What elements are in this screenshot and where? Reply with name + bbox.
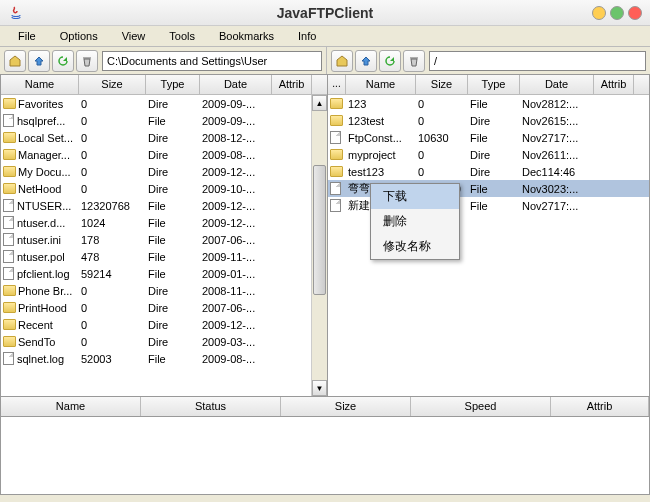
table-row[interactable]: SendTo0Dire2009-03-... xyxy=(1,333,327,350)
file-name: SendTo xyxy=(18,336,55,348)
context-menu-item[interactable]: 修改名称 xyxy=(371,234,459,259)
table-row[interactable]: Favorites0Dire2009-09-... xyxy=(1,95,327,112)
col-name[interactable]: Name xyxy=(1,75,79,94)
file-size: 0 xyxy=(79,148,146,162)
folder-icon xyxy=(3,319,16,330)
maximize-button[interactable] xyxy=(610,6,624,20)
table-row[interactable]: Local Set...0Dire2008-12-... xyxy=(1,129,327,146)
table-row[interactable]: ntuser.pol478File2009-11-... xyxy=(1,248,327,265)
col-name[interactable]: Name xyxy=(346,75,416,94)
local-path-input[interactable] xyxy=(102,51,322,71)
col-type[interactable]: Type xyxy=(146,75,200,94)
file-attrib xyxy=(594,188,634,190)
local-rows[interactable]: Favorites0Dire2009-09-...hsqlpref...0Fil… xyxy=(1,95,327,367)
table-row[interactable]: test1230DireDec114:46 xyxy=(328,163,649,180)
table-row[interactable]: Phone Br...0Dire2008-11-... xyxy=(1,282,327,299)
refresh-button[interactable] xyxy=(52,50,74,72)
table-row[interactable]: PrintHood0Dire2007-06-... xyxy=(1,299,327,316)
menu-info[interactable]: Info xyxy=(288,28,326,44)
table-row[interactable]: NetHood0Dire2009-10-... xyxy=(1,180,327,197)
menu-options[interactable]: Options xyxy=(50,28,108,44)
file-panes: Name Size Type Date Attrib Favorites0Dir… xyxy=(0,74,650,397)
table-row[interactable]: My Docu...0Dire2009-12-... xyxy=(1,163,327,180)
table-row[interactable]: pfclient.log59214File2009-01-... xyxy=(1,265,327,282)
file-date: 2009-01-... xyxy=(200,267,272,281)
folder-icon xyxy=(3,183,16,194)
table-row[interactable]: NTUSER...12320768File2009-12-... xyxy=(1,197,327,214)
remote-up-button[interactable] xyxy=(355,50,377,72)
file-type: File xyxy=(146,216,200,230)
file-attrib xyxy=(272,358,312,360)
folder-icon xyxy=(330,166,343,177)
file-icon xyxy=(330,131,341,144)
table-row[interactable]: myproject0DireNov2611:... xyxy=(328,146,649,163)
status-col-attrib[interactable]: Attrib xyxy=(551,397,649,416)
remote-delete-button[interactable] xyxy=(403,50,425,72)
file-date: Dec114:46 xyxy=(520,165,594,179)
home-button[interactable] xyxy=(4,50,26,72)
file-size: 0 xyxy=(79,301,146,315)
col-size[interactable]: Size xyxy=(416,75,468,94)
menu-bookmarks[interactable]: Bookmarks xyxy=(209,28,284,44)
table-row[interactable]: Manager...0Dire2009-08-... xyxy=(1,146,327,163)
up-button[interactable] xyxy=(28,50,50,72)
col-type[interactable]: Type xyxy=(468,75,520,94)
file-type: File xyxy=(146,199,200,213)
menu-file[interactable]: File xyxy=(8,28,46,44)
file-name: NetHood xyxy=(18,183,61,195)
scroll-down-icon[interactable]: ▼ xyxy=(312,380,327,396)
table-row[interactable]: hsqlpref...0File2009-09-... xyxy=(1,112,327,129)
local-scrollbar[interactable]: ▲ ▼ xyxy=(311,95,327,396)
table-row[interactable]: Recent0Dire2009-12-... xyxy=(1,316,327,333)
menu-tools[interactable]: Tools xyxy=(159,28,205,44)
table-row[interactable]: 123test0DireNov2615:... xyxy=(328,112,649,129)
scroll-up-icon[interactable]: ▲ xyxy=(312,95,327,111)
file-size: 178 xyxy=(79,233,146,247)
file-name: sqlnet.log xyxy=(17,353,64,365)
table-row[interactable]: sqlnet.log52003File2009-08-... xyxy=(1,350,327,367)
table-row[interactable]: ntuser.d...1024File2009-12-... xyxy=(1,214,327,231)
status-col-size[interactable]: Size xyxy=(281,397,411,416)
java-icon xyxy=(8,5,24,21)
table-row[interactable]: ntuser.ini178File2007-06-... xyxy=(1,231,327,248)
folder-icon xyxy=(330,98,343,109)
file-size: 478 xyxy=(79,250,146,264)
file-attrib xyxy=(272,120,312,122)
file-size: 10630 xyxy=(416,131,468,145)
col-dots[interactable]: ... xyxy=(328,75,346,94)
remote-home-button[interactable] xyxy=(331,50,353,72)
table-row[interactable]: FtpConst...10630FileNov2717:... xyxy=(328,129,649,146)
file-type: Dire xyxy=(146,97,200,111)
remote-refresh-button[interactable] xyxy=(379,50,401,72)
close-button[interactable] xyxy=(628,6,642,20)
folder-icon xyxy=(3,132,16,143)
transfer-body xyxy=(0,417,650,495)
file-date: Nov2812:... xyxy=(520,97,594,111)
file-name: test123 xyxy=(346,165,416,179)
menu-view[interactable]: View xyxy=(112,28,156,44)
col-attrib[interactable]: Attrib xyxy=(272,75,312,94)
folder-icon xyxy=(330,149,343,160)
status-col-speed[interactable]: Speed xyxy=(411,397,551,416)
delete-button[interactable] xyxy=(76,50,98,72)
remote-path-input[interactable] xyxy=(429,51,646,71)
file-attrib xyxy=(272,341,312,343)
col-size[interactable]: Size xyxy=(79,75,146,94)
file-date: Nov2615:... xyxy=(520,114,594,128)
scroll-thumb[interactable] xyxy=(313,165,326,295)
file-type: File xyxy=(146,114,200,128)
local-toolbar xyxy=(0,47,327,74)
title-bar: JavaFTPClient xyxy=(0,0,650,26)
col-attrib[interactable]: Attrib xyxy=(594,75,634,94)
status-col-status[interactable]: Status xyxy=(141,397,281,416)
status-col-name[interactable]: Name xyxy=(1,397,141,416)
context-menu-item[interactable]: 下载 xyxy=(371,184,459,209)
context-menu-item[interactable]: 删除 xyxy=(371,209,459,234)
file-type: Dire xyxy=(146,148,200,162)
transfer-header: Name Status Size Speed Attrib xyxy=(0,397,650,417)
file-date: 2007-06-... xyxy=(200,301,272,315)
minimize-button[interactable] xyxy=(592,6,606,20)
col-date[interactable]: Date xyxy=(200,75,272,94)
table-row[interactable]: 1230FileNov2812:... xyxy=(328,95,649,112)
col-date[interactable]: Date xyxy=(520,75,594,94)
